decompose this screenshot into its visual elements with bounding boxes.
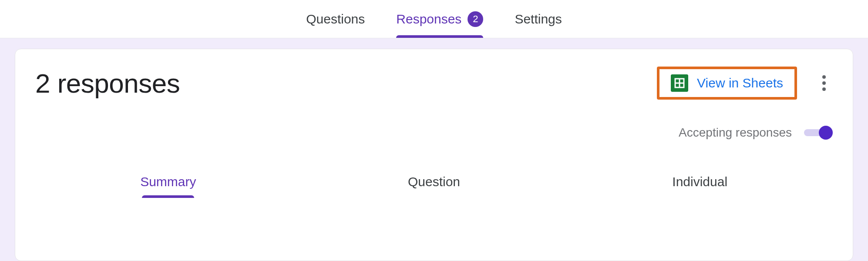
sub-tab-question[interactable]: Question xyxy=(301,170,567,198)
accepting-responses-label: Accepting responses xyxy=(679,126,792,140)
view-in-sheets-button[interactable]: View in Sheets xyxy=(657,67,797,100)
sub-tab-summary[interactable]: Summary xyxy=(35,170,301,198)
responses-sub-tabs: Summary Question Individual xyxy=(35,170,833,198)
sub-tab-question-label: Question xyxy=(408,174,460,189)
view-in-sheets-label: View in Sheets xyxy=(697,76,783,90)
accepting-responses-row: Accepting responses xyxy=(35,126,833,140)
tab-questions[interactable]: Questions xyxy=(306,0,365,38)
page-body: 2 responses View in Sheets Accepting res… xyxy=(0,38,868,261)
tab-settings-label: Settings xyxy=(515,12,562,27)
sub-tab-summary-label: Summary xyxy=(140,174,196,189)
sub-tab-individual[interactable]: Individual xyxy=(567,170,833,198)
sub-tab-individual-label: Individual xyxy=(672,174,727,189)
top-tab-strip: Questions Responses 2 Settings xyxy=(0,0,868,38)
more-options-button[interactable] xyxy=(815,74,833,92)
responses-count-badge: 2 xyxy=(468,11,483,27)
accepting-responses-toggle[interactable] xyxy=(802,126,833,140)
card-header: 2 responses View in Sheets xyxy=(35,67,833,100)
tab-responses[interactable]: Responses 2 xyxy=(396,0,483,38)
tab-settings[interactable]: Settings xyxy=(515,0,562,38)
responses-card: 2 responses View in Sheets Accepting res… xyxy=(15,49,853,261)
sheets-icon xyxy=(671,74,688,92)
tab-questions-label: Questions xyxy=(306,12,365,27)
tab-responses-label: Responses xyxy=(396,12,461,27)
responses-title: 2 responses xyxy=(35,68,645,99)
